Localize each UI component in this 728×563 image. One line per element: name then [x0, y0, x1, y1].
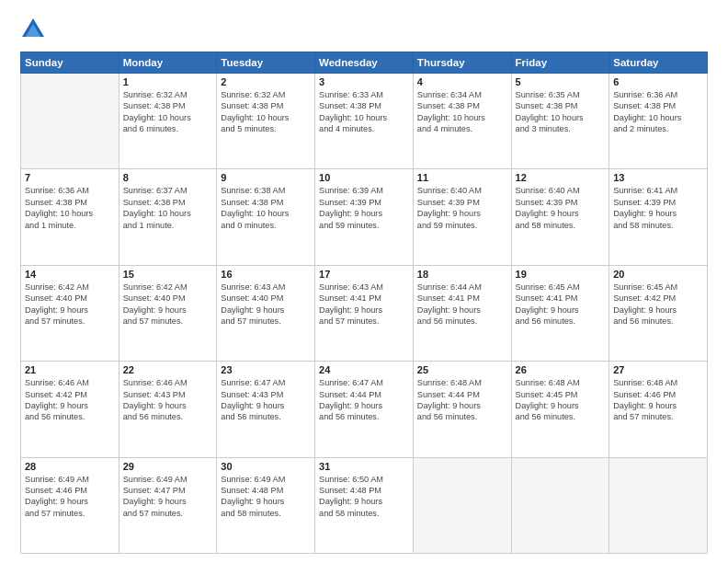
cell-sun-info: Sunrise: 6:45 AM Sunset: 4:41 PM Dayligh…	[516, 282, 606, 327]
day-number: 31	[319, 461, 409, 472]
cell-sun-info: Sunrise: 6:46 AM Sunset: 4:43 PM Dayligh…	[123, 377, 213, 423]
day-number: 10	[319, 172, 409, 183]
cell-sun-info: Sunrise: 6:48 AM Sunset: 4:45 PM Dayligh…	[516, 377, 606, 423]
calendar-cell: 4Sunrise: 6:34 AM Sunset: 4:38 PM Daylig…	[413, 74, 511, 169]
calendar-cell: 17Sunrise: 6:43 AM Sunset: 4:41 PM Dayli…	[315, 265, 414, 361]
cell-sun-info: Sunrise: 6:49 AM Sunset: 4:46 PM Dayligh…	[25, 474, 115, 520]
cell-sun-info: Sunrise: 6:46 AM Sunset: 4:42 PM Dayligh…	[25, 377, 115, 423]
calendar-week-row: 7Sunrise: 6:36 AM Sunset: 4:38 PM Daylig…	[21, 169, 708, 265]
day-number: 19	[516, 269, 606, 280]
calendar-cell: 8Sunrise: 6:37 AM Sunset: 4:38 PM Daylig…	[119, 169, 217, 265]
calendar-cell: 3Sunrise: 6:33 AM Sunset: 4:38 PM Daylig…	[315, 74, 414, 169]
cell-sun-info: Sunrise: 6:43 AM Sunset: 4:41 PM Dayligh…	[319, 282, 409, 327]
cell-sun-info: Sunrise: 6:32 AM Sunset: 4:38 PM Dayligh…	[123, 89, 213, 135]
calendar-cell	[511, 457, 609, 553]
calendar-cell: 29Sunrise: 6:49 AM Sunset: 4:47 PM Dayli…	[119, 457, 217, 553]
calendar-cell	[413, 457, 511, 553]
day-number: 1	[123, 76, 213, 87]
calendar-cell: 5Sunrise: 6:35 AM Sunset: 4:38 PM Daylig…	[511, 74, 609, 169]
calendar-week-row: 14Sunrise: 6:42 AM Sunset: 4:40 PM Dayli…	[21, 265, 708, 361]
day-number: 7	[25, 172, 115, 183]
cell-sun-info: Sunrise: 6:32 AM Sunset: 4:38 PM Dayligh…	[221, 89, 311, 135]
day-number: 6	[613, 76, 703, 87]
calendar-cell: 6Sunrise: 6:36 AM Sunset: 4:38 PM Daylig…	[609, 74, 708, 169]
calendar-week-row: 28Sunrise: 6:49 AM Sunset: 4:46 PM Dayli…	[21, 457, 708, 553]
cell-sun-info: Sunrise: 6:45 AM Sunset: 4:42 PM Dayligh…	[613, 282, 703, 327]
cell-sun-info: Sunrise: 6:38 AM Sunset: 4:38 PM Dayligh…	[221, 185, 311, 231]
calendar-cell: 26Sunrise: 6:48 AM Sunset: 4:45 PM Dayli…	[511, 362, 609, 457]
calendar-cell: 22Sunrise: 6:46 AM Sunset: 4:43 PM Dayli…	[119, 362, 217, 457]
weekday-header: Thursday	[413, 52, 511, 74]
cell-sun-info: Sunrise: 6:47 AM Sunset: 4:43 PM Dayligh…	[221, 377, 311, 423]
calendar-cell: 24Sunrise: 6:47 AM Sunset: 4:44 PM Dayli…	[315, 362, 414, 457]
weekday-header: Sunday	[21, 52, 119, 74]
cell-sun-info: Sunrise: 6:39 AM Sunset: 4:39 PM Dayligh…	[319, 185, 409, 231]
day-number: 2	[221, 76, 311, 87]
logo-icon	[20, 17, 46, 42]
day-number: 17	[319, 269, 409, 280]
cell-sun-info: Sunrise: 6:40 AM Sunset: 4:39 PM Dayligh…	[417, 185, 507, 231]
calendar-cell: 14Sunrise: 6:42 AM Sunset: 4:40 PM Dayli…	[21, 265, 119, 361]
day-number: 29	[123, 461, 213, 472]
day-number: 30	[221, 461, 311, 472]
day-number: 18	[417, 269, 507, 280]
cell-sun-info: Sunrise: 6:42 AM Sunset: 4:40 PM Dayligh…	[123, 282, 213, 327]
calendar-cell: 18Sunrise: 6:44 AM Sunset: 4:41 PM Dayli…	[413, 265, 511, 361]
calendar-cell: 11Sunrise: 6:40 AM Sunset: 4:39 PM Dayli…	[413, 169, 511, 265]
day-number: 5	[516, 76, 606, 87]
cell-sun-info: Sunrise: 6:36 AM Sunset: 4:38 PM Dayligh…	[25, 185, 115, 231]
day-number: 11	[417, 172, 507, 183]
weekday-header: Friday	[511, 52, 609, 74]
cell-sun-info: Sunrise: 6:49 AM Sunset: 4:48 PM Dayligh…	[221, 474, 311, 520]
cell-sun-info: Sunrise: 6:35 AM Sunset: 4:38 PM Dayligh…	[516, 89, 606, 135]
day-number: 24	[319, 364, 409, 375]
calendar-cell: 13Sunrise: 6:41 AM Sunset: 4:39 PM Dayli…	[609, 169, 708, 265]
cell-sun-info: Sunrise: 6:40 AM Sunset: 4:39 PM Dayligh…	[516, 185, 606, 231]
cell-sun-info: Sunrise: 6:34 AM Sunset: 4:38 PM Dayligh…	[417, 89, 507, 135]
cell-sun-info: Sunrise: 6:44 AM Sunset: 4:41 PM Dayligh…	[417, 282, 507, 327]
day-number: 26	[516, 364, 606, 375]
calendar-cell: 7Sunrise: 6:36 AM Sunset: 4:38 PM Daylig…	[21, 169, 119, 265]
cell-sun-info: Sunrise: 6:49 AM Sunset: 4:47 PM Dayligh…	[123, 474, 213, 520]
calendar-cell: 10Sunrise: 6:39 AM Sunset: 4:39 PM Dayli…	[315, 169, 414, 265]
calendar-cell	[609, 457, 708, 553]
weekday-header: Monday	[119, 52, 217, 74]
weekday-header: Saturday	[609, 52, 708, 74]
calendar-cell	[21, 74, 119, 169]
cell-sun-info: Sunrise: 6:43 AM Sunset: 4:40 PM Dayligh…	[221, 282, 311, 327]
cell-sun-info: Sunrise: 6:50 AM Sunset: 4:48 PM Dayligh…	[319, 474, 409, 520]
cell-sun-info: Sunrise: 6:41 AM Sunset: 4:39 PM Dayligh…	[613, 185, 703, 231]
calendar-cell: 25Sunrise: 6:48 AM Sunset: 4:44 PM Dayli…	[413, 362, 511, 457]
day-number: 16	[221, 269, 311, 280]
calendar-table: SundayMondayTuesdayWednesdayThursdayFrid…	[20, 52, 708, 554]
day-number: 3	[319, 76, 409, 87]
day-number: 9	[221, 172, 311, 183]
calendar-week-row: 1Sunrise: 6:32 AM Sunset: 4:38 PM Daylig…	[21, 74, 708, 169]
calendar-cell: 23Sunrise: 6:47 AM Sunset: 4:43 PM Dayli…	[217, 362, 315, 457]
calendar-week-row: 21Sunrise: 6:46 AM Sunset: 4:42 PM Dayli…	[21, 362, 708, 457]
day-number: 27	[613, 364, 703, 375]
cell-sun-info: Sunrise: 6:42 AM Sunset: 4:40 PM Dayligh…	[25, 282, 115, 327]
header	[20, 17, 708, 42]
day-number: 21	[25, 364, 115, 375]
calendar-cell: 20Sunrise: 6:45 AM Sunset: 4:42 PM Dayli…	[609, 265, 708, 361]
day-number: 22	[123, 364, 213, 375]
day-number: 4	[417, 76, 507, 87]
calendar-cell: 12Sunrise: 6:40 AM Sunset: 4:39 PM Dayli…	[511, 169, 609, 265]
day-number: 23	[221, 364, 311, 375]
calendar-cell: 31Sunrise: 6:50 AM Sunset: 4:48 PM Dayli…	[315, 457, 414, 553]
cell-sun-info: Sunrise: 6:33 AM Sunset: 4:38 PM Dayligh…	[319, 89, 409, 135]
day-number: 20	[613, 269, 703, 280]
calendar-cell: 27Sunrise: 6:48 AM Sunset: 4:46 PM Dayli…	[609, 362, 708, 457]
calendar-cell: 1Sunrise: 6:32 AM Sunset: 4:38 PM Daylig…	[119, 74, 217, 169]
day-number: 13	[613, 172, 703, 183]
logo	[20, 17, 50, 42]
cell-sun-info: Sunrise: 6:48 AM Sunset: 4:46 PM Dayligh…	[613, 377, 703, 423]
weekday-header: Tuesday	[217, 52, 315, 74]
day-number: 25	[417, 364, 507, 375]
cell-sun-info: Sunrise: 6:36 AM Sunset: 4:38 PM Dayligh…	[613, 89, 703, 135]
day-number: 28	[25, 461, 115, 472]
day-number: 8	[123, 172, 213, 183]
calendar-cell: 2Sunrise: 6:32 AM Sunset: 4:38 PM Daylig…	[217, 74, 315, 169]
cell-sun-info: Sunrise: 6:37 AM Sunset: 4:38 PM Dayligh…	[123, 185, 213, 231]
